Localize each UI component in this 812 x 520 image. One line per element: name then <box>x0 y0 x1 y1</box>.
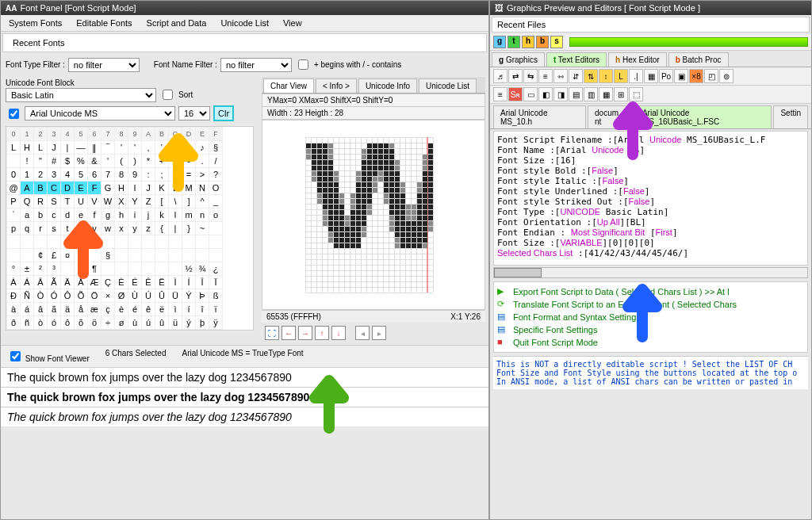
nav-fullscreen-button[interactable]: ⛶ <box>265 326 279 340</box>
char-cell[interactable] <box>7 235 21 249</box>
char-cell[interactable]: { <box>155 222 169 235</box>
nav-next-button[interactable]: → <box>298 326 312 340</box>
char-cell[interactable] <box>34 235 48 249</box>
char-cell[interactable]: Ë <box>155 276 169 289</box>
char-cell[interactable]: ‾ <box>102 141 115 155</box>
char-cell[interactable] <box>88 249 102 262</box>
char-cell[interactable]: _ <box>209 195 223 208</box>
char-cell[interactable] <box>7 249 21 262</box>
char-cell[interactable]: Z <box>142 195 155 208</box>
char-cell[interactable] <box>196 235 209 249</box>
tab-unicode-list[interactable]: Unicode List <box>419 78 477 93</box>
char-cell[interactable]: Å <box>75 276 88 289</box>
char-cell[interactable] <box>61 235 75 249</box>
char-cell[interactable] <box>128 249 142 262</box>
char-cell[interactable]: d <box>61 208 75 222</box>
font-enable-checkbox[interactable] <box>9 109 19 119</box>
recent-fonts-button[interactable]: Recent Fonts <box>8 37 69 48</box>
char-cell[interactable]: : <box>142 168 155 182</box>
tool-a[interactable]: ♬ <box>493 69 508 83</box>
font-family-select[interactable]: Arial Unicode MS <box>25 106 175 120</box>
char-cell[interactable] <box>155 235 169 249</box>
char-cell[interactable]: 5 <box>75 168 88 182</box>
char-cell[interactable] <box>169 262 182 276</box>
char-cell[interactable]: ß <box>209 289 223 303</box>
char-cell[interactable] <box>196 249 209 262</box>
file-tab-1[interactable]: docum nt <box>588 105 634 128</box>
char-cell[interactable]: ‚ <box>142 141 155 155</box>
char-cell[interactable]: § <box>209 141 223 155</box>
char-cell[interactable]: Ê <box>142 276 155 289</box>
char-cell[interactable]: F <box>88 182 102 195</box>
char-cell[interactable] <box>142 235 155 249</box>
tool2-e[interactable]: ▤ <box>569 87 583 101</box>
char-cell[interactable]: ú <box>142 316 155 330</box>
tool2-c[interactable]: ◧ <box>538 87 553 101</box>
sort-checkbox[interactable] <box>163 90 173 100</box>
char-cell[interactable]: G <box>102 182 115 195</box>
char-cell[interactable]: ¾ <box>196 262 209 276</box>
char-cell[interactable]: y <box>128 222 142 235</box>
char-cell[interactable]: ï <box>209 303 223 316</box>
char-cell[interactable]: ? <box>209 168 223 182</box>
tool-j[interactable]: .| <box>629 69 643 83</box>
char-cell[interactable]: Á <box>21 276 34 289</box>
char-cell[interactable]: > <box>196 168 209 182</box>
char-cell[interactable] <box>115 262 128 276</box>
char-cell[interactable]: ' <box>102 155 115 168</box>
char-cell[interactable]: ½ <box>182 262 196 276</box>
char-cell[interactable]: O <box>209 182 223 195</box>
char-cell[interactable]: " <box>169 141 182 155</box>
char-cell[interactable] <box>209 249 223 262</box>
char-cell[interactable]: Ï <box>209 276 223 289</box>
char-cell[interactable]: c <box>48 208 61 222</box>
char-cell[interactable]: Ü <box>169 289 182 303</box>
char-cell[interactable]: ¶ <box>88 262 102 276</box>
tool-l[interactable]: ▣ <box>674 69 688 83</box>
char-cell[interactable]: 7 <box>102 168 115 182</box>
char-cell[interactable]: 2 <box>34 168 48 182</box>
char-cell[interactable]: ò <box>34 316 48 330</box>
nav-up-button[interactable]: ↑ <box>315 326 329 340</box>
char-cell[interactable] <box>142 262 155 276</box>
char-cell[interactable]: R <box>34 195 48 208</box>
char-cell[interactable]: [ <box>155 195 169 208</box>
mode-chip-g[interactable]: g <box>493 36 506 48</box>
char-cell[interactable]: 9 <box>128 168 142 182</box>
file-tab-3[interactable]: Settin <box>773 105 808 128</box>
char-cell[interactable]: á <box>21 303 34 316</box>
mode-tab-graphics[interactable]: g Graphics <box>492 52 545 67</box>
char-cell[interactable]: Ý <box>182 289 196 303</box>
char-cell[interactable]: ÿ <box>209 316 223 330</box>
char-cell[interactable]: H <box>21 141 34 155</box>
char-cell[interactable]: Ù <box>128 289 142 303</box>
clear-button[interactable]: Clr <box>213 105 234 121</box>
char-cell[interactable]: ! <box>21 155 34 168</box>
char-cell[interactable] <box>182 235 196 249</box>
char-cell[interactable]: A <box>21 182 34 195</box>
mode-tab-text-editors[interactable]: t Text Editors <box>546 52 607 67</box>
char-cell[interactable]: 8 <box>115 168 128 182</box>
char-cell[interactable]: 4 <box>61 168 75 182</box>
char-cell[interactable]: ã <box>48 303 61 316</box>
char-cell[interactable]: Ö <box>88 289 102 303</box>
char-cell[interactable]: / <box>209 155 223 168</box>
tool-h[interactable]: ↕ <box>599 69 613 83</box>
char-cell[interactable]: ¥ <box>75 249 88 262</box>
char-cell[interactable]: J <box>48 141 61 155</box>
char-cell[interactable]: Ú <box>142 289 155 303</box>
mode-tab-batch[interactable]: b Batch Proc <box>668 52 729 67</box>
mode-chip-b[interactable]: b <box>536 36 549 48</box>
char-cell[interactable]: ó <box>48 316 61 330</box>
char-cell[interactable]: ° <box>7 262 21 276</box>
char-cell[interactable]: ‛ <box>155 141 169 155</box>
char-cell[interactable]: 6 <box>88 168 102 182</box>
char-cell[interactable]: ç <box>102 303 115 316</box>
char-cell[interactable]: × <box>102 289 115 303</box>
file-tab-0[interactable]: Arial Unicode MS_10.h <box>493 105 586 128</box>
char-cell[interactable]: g <box>102 208 115 222</box>
char-cell[interactable]: = <box>182 168 196 182</box>
char-grid[interactable]: 0123456789ABCDEFLHLJ|—‖‾''‚‛""♪§ !"#$%&'… <box>6 126 254 331</box>
char-cell[interactable]: } <box>182 222 196 235</box>
char-cell[interactable]: Û <box>155 289 169 303</box>
